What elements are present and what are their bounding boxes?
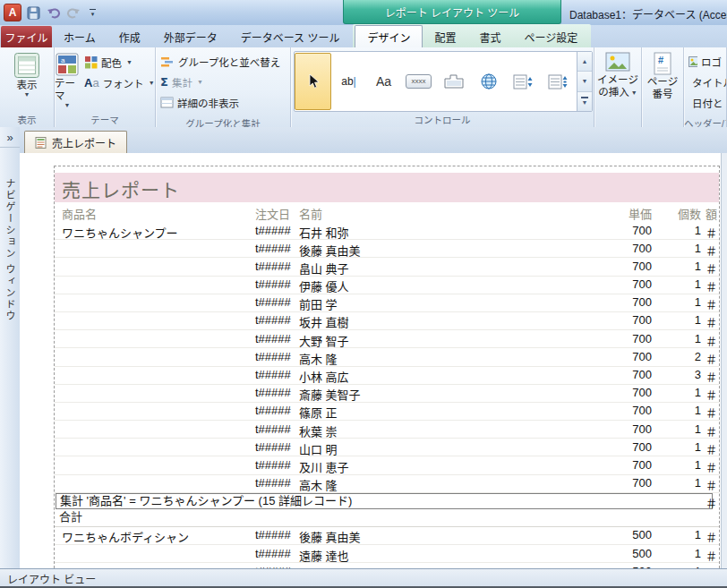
report-row[interactable]: t#####大野 智子7001＃: [55, 330, 719, 348]
customer-name-cell[interactable]: 篠原 正: [299, 404, 338, 421]
view-button[interactable]: 表示 ▼: [0, 47, 54, 98]
quantity-cell[interactable]: 1: [655, 458, 701, 472]
title-button[interactable]: タイトル: [684, 72, 726, 92]
tab-page-setup[interactable]: ページ設定: [512, 26, 589, 47]
amount-cell[interactable]: ＃: [706, 332, 717, 349]
quantity-cell[interactable]: 1: [655, 547, 701, 560]
order-date-cell[interactable]: t#####: [255, 224, 291, 237]
quantity-cell[interactable]: 1: [655, 242, 701, 255]
order-date-cell[interactable]: t#####: [255, 295, 291, 309]
quantity-cell[interactable]: 1: [655, 332, 701, 345]
order-date-cell[interactable]: t#####: [255, 404, 291, 417]
fonts-button[interactable]: Aa フォント ▼: [80, 72, 159, 93]
report-row[interactable]: t#####斎藤 美智子7001＃: [55, 385, 719, 403]
report-row[interactable]: t#####前田 学7001＃: [55, 294, 719, 312]
hide-details-button[interactable]: 詳細の非表示: [156, 92, 290, 113]
quantity-cell[interactable]: 2: [655, 350, 701, 363]
tab-create[interactable]: 作成: [107, 26, 152, 47]
amount-cell[interactable]: ＃: [706, 313, 717, 330]
amount-cell[interactable]: ＃: [706, 476, 717, 493]
quantity-cell[interactable]: 3: [655, 368, 701, 381]
amount-cell[interactable]: ＃: [706, 242, 717, 259]
amount-cell[interactable]: ＃: [706, 404, 717, 421]
customer-name-cell[interactable]: 大野 智子: [299, 332, 349, 349]
product-cell[interactable]: ワニちゃんボディシャン: [62, 528, 189, 545]
report-row[interactable]: t#####及川 恵子7001＃: [55, 456, 719, 474]
customer-name-cell[interactable]: 遠藤 達也: [299, 547, 349, 564]
quantity-cell[interactable]: 1: [655, 440, 701, 454]
report-row[interactable]: t#####小林 高広7003＃: [55, 367, 719, 385]
customer-name-cell[interactable]: 後藤 真由美: [299, 242, 361, 259]
report-row[interactable]: ワニちゃんシャンプーt#####石井 和弥7001＃: [55, 222, 719, 240]
unit-price-cell[interactable]: 700: [593, 350, 652, 363]
hyperlink-tool-icon[interactable]: [471, 53, 506, 110]
quantity-cell[interactable]: 1: [655, 224, 701, 237]
save-icon[interactable]: [26, 5, 41, 21]
order-date-cell[interactable]: t#####: [255, 350, 291, 363]
unit-price-cell[interactable]: 700: [593, 386, 652, 399]
group-summary-row[interactable]: 集計 '商品名' = ワニちゃんシャンプー (15 詳細レコード)＃: [55, 493, 719, 509]
order-date-cell[interactable]: t#####: [255, 458, 291, 472]
quantity-cell[interactable]: 1: [655, 260, 701, 273]
report-row[interactable]: t#####伊藤 優人7001＃: [55, 277, 719, 294]
date-time-button[interactable]: 日付と: [684, 92, 726, 113]
label-tool-icon[interactable]: Aa: [366, 53, 401, 110]
tab-control-tool-icon[interactable]: [436, 53, 471, 110]
combo-box-tool-icon[interactable]: [506, 53, 541, 110]
order-date-cell[interactable]: t#####: [255, 368, 291, 381]
quantity-cell[interactable]: 1: [655, 422, 701, 436]
colors-button[interactable]: 配色 ▼: [80, 52, 159, 72]
insert-image-button[interactable]: イメージ の挿入▼: [594, 47, 641, 98]
column-header-amount[interactable]: 額: [706, 205, 717, 222]
column-header-product[interactable]: 商品名: [62, 205, 97, 222]
amount-cell[interactable]: ＃: [706, 295, 717, 312]
group-summary-box[interactable]: 集計 '商品名' = ワニちゃんシャンプー (15 詳細レコード): [56, 493, 713, 509]
column-header-name[interactable]: 名前: [299, 205, 322, 222]
customer-name-cell[interactable]: 及川 恵子: [299, 458, 349, 475]
quantity-cell[interactable]: 1: [655, 404, 701, 417]
tab-format[interactable]: 書式: [467, 26, 512, 47]
report-row[interactable]: t#####畠山 典子7001＃: [55, 258, 719, 276]
order-date-cell[interactable]: t#####: [255, 440, 291, 454]
report-row[interactable]: t#####後藤 真由美7001＃: [55, 240, 719, 258]
unit-price-cell[interactable]: 700: [593, 277, 652, 291]
order-date-cell[interactable]: t#####: [255, 260, 291, 273]
report-row[interactable]: t#####坂井 直樹7001＃: [55, 312, 719, 330]
report-row[interactable]: t#####遠藤 達也5001＃: [55, 545, 719, 563]
report-row[interactable]: t#####篠原 正7001＃: [55, 403, 719, 421]
unit-price-cell[interactable]: 500: [593, 547, 652, 560]
unit-price-cell[interactable]: 700: [593, 295, 652, 309]
column-header-unit-price[interactable]: 単価: [593, 205, 652, 222]
customer-name-cell[interactable]: 高木 隆: [299, 350, 338, 367]
gallery-scroll-down-icon[interactable]: ▼: [577, 72, 592, 91]
unit-price-cell[interactable]: 700: [593, 422, 652, 436]
customer-name-cell[interactable]: 坂井 直樹: [299, 313, 349, 330]
unit-price-cell[interactable]: 700: [593, 332, 652, 345]
tab-database-tools[interactable]: データベース ツール: [229, 26, 352, 47]
report-row[interactable]: t#####高木 隆7002＃: [55, 348, 719, 366]
order-date-cell[interactable]: t#####: [255, 476, 291, 490]
unit-price-cell[interactable]: 700: [593, 458, 652, 472]
quantity-cell[interactable]: 1: [655, 313, 701, 327]
order-date-cell[interactable]: t#####: [255, 386, 291, 399]
unit-price-cell[interactable]: 700: [593, 440, 652, 454]
list-box-tool-icon[interactable]: [541, 53, 576, 110]
quantity-cell[interactable]: 1: [655, 476, 701, 490]
quantity-cell[interactable]: 1: [655, 277, 701, 291]
report-layout-canvas[interactable]: 売上レポート 商品名 注文日 名前 単価 個数 額 ワニちゃんシャンプーt###…: [20, 153, 722, 568]
amount-cell[interactable]: ＃: [706, 422, 717, 439]
customer-name-cell[interactable]: 山口 明: [299, 440, 338, 457]
navigation-pane-expand-icon[interactable]: »: [0, 127, 20, 148]
unit-price-cell[interactable]: 700: [593, 260, 652, 273]
logo-button[interactable]: ロゴ: [684, 51, 726, 72]
report-row[interactable]: ワニちゃんボディシャンt#####後藤 真由美5001＃: [55, 527, 719, 545]
customer-name-cell[interactable]: 畠山 典子: [299, 260, 349, 277]
order-date-cell[interactable]: t#####: [255, 242, 291, 255]
access-app-icon[interactable]: A: [4, 4, 21, 21]
amount-cell[interactable]: ＃: [706, 386, 717, 403]
quantity-cell[interactable]: 1: [655, 295, 701, 309]
unit-price-cell[interactable]: 700: [593, 224, 652, 237]
amount-cell[interactable]: ＃: [706, 350, 717, 367]
unit-price-cell[interactable]: 700: [593, 404, 652, 417]
report-row[interactable]: t#####山口 明7001＃: [55, 439, 719, 456]
